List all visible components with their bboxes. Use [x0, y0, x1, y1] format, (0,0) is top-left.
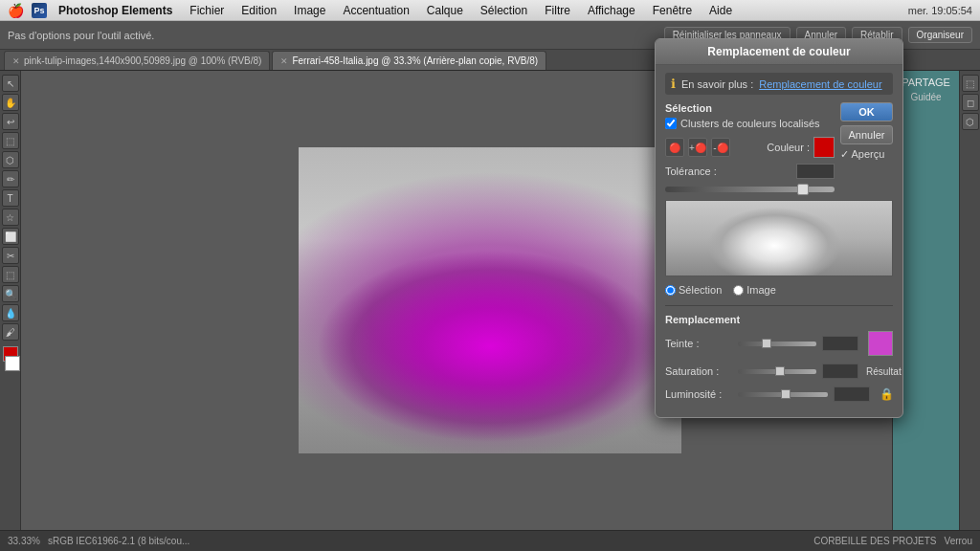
- saturation-label: Saturation :: [665, 365, 732, 377]
- menu-affichage[interactable]: Affichage: [580, 2, 643, 19]
- panel-tool-2[interactable]: ◻: [962, 94, 979, 111]
- preview-image: [666, 201, 892, 276]
- luminosite-slider[interactable]: [738, 392, 828, 397]
- saturation-slider-thumb[interactable]: [775, 366, 785, 376]
- radio-image: Image: [733, 284, 776, 296]
- ok-button[interactable]: OK: [840, 102, 893, 121]
- info-label: En savoir plus :: [681, 78, 753, 90]
- saturation-slider[interactable]: [738, 369, 816, 374]
- panel-tool-1[interactable]: ⬚: [962, 75, 979, 92]
- tool-zoom[interactable]: 🔍: [2, 285, 19, 302]
- tool-paint[interactable]: 🖌: [2, 323, 19, 341]
- radio-selection-label: Sélection: [679, 284, 722, 296]
- teinte-label: Teinte :: [665, 338, 732, 349]
- tool-text[interactable]: T: [2, 189, 19, 207]
- dialog-title: Remplacement de couleur: [707, 45, 850, 58]
- menu-filtre[interactable]: Filtre: [537, 2, 578, 19]
- tab-ferrari[interactable]: ✕ Ferrari-458-Italia.jpg @ 33.3% (Arrièr…: [272, 51, 546, 70]
- tool-hand[interactable]: ✋: [2, 94, 19, 111]
- color-replace-dialog: Remplacement de couleur ℹ En savoir plus…: [655, 38, 903, 418]
- tool-select[interactable]: ↖: [2, 75, 19, 92]
- left-toolbar: ↖ ✋ ↩ ⬚ ⬡ ✏ T ☆ ⬜ ✂ ⬚ 🔍 💧 🖌: [0, 71, 21, 530]
- partage-label: PARTAGE: [902, 77, 950, 88]
- radio-image-input[interactable]: [733, 285, 744, 296]
- menu-selection[interactable]: Sélection: [473, 2, 535, 19]
- panel-tool-3[interactable]: ⬡: [962, 113, 979, 130]
- eyedrop-tool[interactable]: 🔴: [665, 138, 684, 157]
- color-swatch[interactable]: [813, 137, 835, 158]
- tab-tulip[interactable]: ✕ pink-tulip-images,1440x900,50989.jpg @…: [4, 51, 270, 70]
- guidee-label: Guidée: [910, 92, 941, 102]
- apercu-toggle[interactable]: ✓ Aperçu: [840, 148, 893, 161]
- saturation-value[interactable]: 0: [822, 364, 858, 379]
- clusters-checkbox[interactable]: [665, 118, 677, 129]
- add-color-tool[interactable]: +🔴: [688, 138, 707, 157]
- tool-undo[interactable]: ↩: [2, 113, 19, 130]
- selection-section: Sélection Clusters de couleurs localisés…: [665, 102, 893, 200]
- radio-selection: Sélection: [665, 284, 722, 296]
- menu-aide[interactable]: Aide: [702, 2, 740, 19]
- app-icon: Ps: [32, 3, 47, 18]
- menubar-right: mer. 19:05:54: [908, 5, 972, 16]
- menu-image[interactable]: Image: [286, 2, 333, 19]
- right-panel: ⬚ ◻ ⬡: [959, 71, 980, 530]
- result-swatch[interactable]: [868, 331, 893, 356]
- zoom-level: 33.33%: [8, 536, 40, 546]
- tolerance-row: Tolérance : 118: [665, 164, 835, 179]
- checkbox-label: Clusters de couleurs localisés: [680, 118, 820, 129]
- info-icon: ℹ: [671, 77, 676, 91]
- project-bin-label: CORBEILLE DES PROJETS: [813, 536, 936, 546]
- color-label: Couleur :: [767, 142, 810, 153]
- preview-container: [665, 200, 893, 276]
- teinte-slider-thumb[interactable]: [762, 339, 771, 348]
- dialog-buttons: OK Annuler ✓ Aperçu: [840, 102, 893, 200]
- tool-eraser[interactable]: ✂: [2, 247, 19, 264]
- tool-crop[interactable]: ⬜: [2, 228, 19, 245]
- color-tools-row: 🔴 +🔴 -🔴 Couleur :: [665, 137, 835, 158]
- lock-icon[interactable]: 🔒: [880, 387, 893, 401]
- menubar: 🍎 Ps Photoshop Elements Fichier Edition …: [0, 0, 980, 21]
- menu-accentuation[interactable]: Accentuation: [335, 2, 416, 19]
- luminosite-value[interactable]: 0: [834, 386, 870, 402]
- checkbox-row: Clusters de couleurs localisés: [665, 118, 835, 129]
- tolerance-slider-thumb[interactable]: [797, 184, 809, 195]
- remove-color-tool[interactable]: -🔴: [711, 138, 730, 157]
- teinte-section: Teinte : -63: [665, 331, 893, 356]
- radio-image-label: Image: [746, 284, 776, 296]
- teinte-value[interactable]: -63: [822, 336, 858, 351]
- cancel-button[interactable]: Annuler: [840, 125, 893, 144]
- tool-eyedrop[interactable]: 💧: [2, 304, 19, 321]
- color-profile: sRGB IEC61966-2.1 (8 bits/cou...: [48, 536, 189, 546]
- tolerance-input[interactable]: 118: [796, 164, 835, 179]
- dialog-body: ℹ En savoir plus : Remplacement de coule…: [656, 65, 902, 417]
- luminosite-row: Luminosité : 0 🔒: [665, 386, 893, 402]
- luminosite-slider-thumb[interactable]: [781, 389, 791, 399]
- luminosite-label: Luminosité :: [665, 388, 732, 400]
- menu-fenetre[interactable]: Fenêtre: [645, 2, 700, 19]
- tab-ferrari-close[interactable]: ✕: [280, 56, 288, 66]
- menu-fichier[interactable]: Fichier: [182, 2, 232, 19]
- tool-lasso[interactable]: ⬡: [2, 151, 19, 168]
- background-color[interactable]: [5, 356, 20, 371]
- radio-selection-input[interactable]: [665, 285, 676, 296]
- info-link[interactable]: Remplacement de couleur: [759, 78, 881, 90]
- apple-logo: 🍎: [8, 3, 24, 18]
- tool-shape[interactable]: ☆: [2, 209, 19, 226]
- menu-edition[interactable]: Edition: [234, 2, 284, 19]
- replacement-label: Remplacement: [665, 314, 893, 325]
- tolerance-label: Tolérance :: [665, 165, 717, 177]
- dialog-titlebar: Remplacement de couleur: [656, 39, 902, 65]
- tolerance-slider[interactable]: [665, 187, 835, 192]
- tab-tulip-label: pink-tulip-images,1440x900,50989.jpg @ 1…: [24, 55, 261, 66]
- tool-brush[interactable]: ✏: [2, 170, 19, 187]
- time-display: mer. 19:05:54: [908, 5, 972, 16]
- tool-rect-select[interactable]: ⬚: [2, 132, 19, 149]
- menu-calque[interactable]: Calque: [419, 2, 471, 19]
- tool-stamp[interactable]: ⬚: [2, 266, 19, 283]
- section-divider: [665, 305, 893, 306]
- teinte-slider[interactable]: [738, 342, 816, 346]
- organizer-button[interactable]: Organiseur: [908, 27, 972, 43]
- tab-tulip-close[interactable]: ✕: [12, 56, 20, 66]
- info-row: ℹ En savoir plus : Remplacement de coule…: [665, 73, 893, 95]
- car-image: [299, 147, 681, 453]
